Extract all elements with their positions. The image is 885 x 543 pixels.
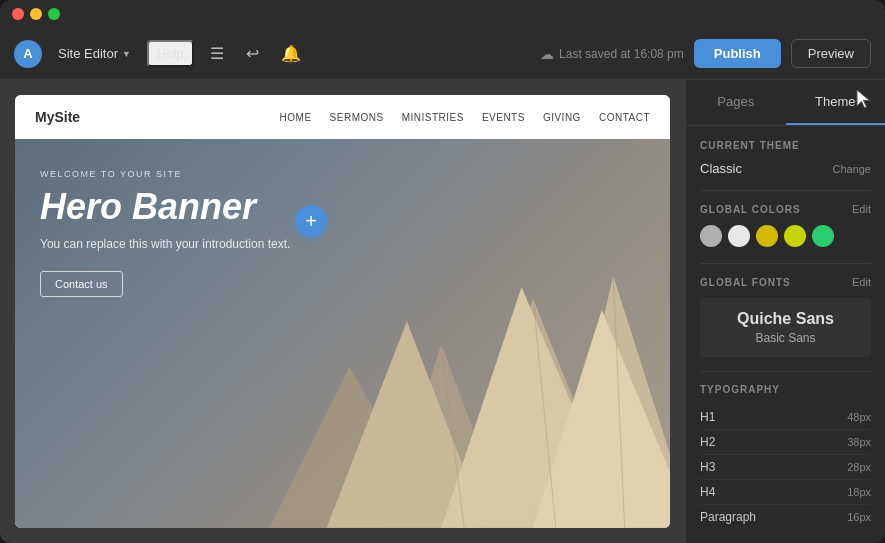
help-button[interactable]: Help: [147, 40, 194, 67]
nav-link-ministries[interactable]: MINISTRIES: [402, 112, 464, 123]
typo-row-h2: H2 38px: [700, 430, 871, 455]
site-logo: MySite: [35, 109, 80, 125]
site-nav-links: HOME SERMONS MINISTRIES EVENTS GIVING CO…: [280, 112, 650, 123]
hero-cta-button[interactable]: Contact us: [40, 271, 123, 297]
divider-3: [700, 371, 871, 372]
typo-value-h4: 18px: [847, 486, 871, 498]
typography-label: TYPOGRAPHY: [700, 384, 780, 395]
edit-colors-link[interactable]: Edit: [852, 203, 871, 215]
typo-value-h2: 38px: [847, 436, 871, 448]
theme-name: Classic: [700, 161, 742, 176]
publish-button[interactable]: Publish: [694, 39, 781, 68]
preview-button[interactable]: Preview: [791, 39, 871, 68]
app-logo[interactable]: A: [14, 40, 42, 68]
bell-icon[interactable]: 🔔: [275, 40, 307, 67]
typo-value-h1: 48px: [847, 411, 871, 423]
primary-font-name: Quiche Sans: [712, 310, 859, 328]
typo-row-h1: H1 48px: [700, 405, 871, 430]
chevron-down-icon: ▼: [122, 49, 131, 59]
typo-label-h3: H3: [700, 460, 715, 474]
right-panel: Pages Theme CURRENT THEME Classic Change: [685, 80, 885, 543]
canvas-area: MySite HOME SERMONS MINISTRIES EVENTS GI…: [0, 80, 685, 543]
typo-label-h1: H1: [700, 410, 715, 424]
hero-subtitle: You can replace this with your introduct…: [40, 237, 645, 251]
panel-content: CURRENT THEME Classic Change GLOBAL COLO…: [686, 126, 885, 543]
typo-label-paragraph: Paragraph: [700, 510, 756, 524]
maximize-button[interactable]: [48, 8, 60, 20]
hero-content: WELCOME TO YOUR SITE Hero Banner You can…: [15, 139, 670, 327]
minimize-button[interactable]: [30, 8, 42, 20]
site-frame: MySite HOME SERMONS MINISTRIES EVENTS GI…: [15, 95, 670, 528]
current-theme-label: CURRENT THEME: [700, 140, 800, 151]
secondary-font-name: Basic Sans: [712, 331, 859, 345]
site-editor-button[interactable]: Site Editor ▼: [52, 42, 137, 65]
nav-link-home[interactable]: HOME: [280, 112, 312, 123]
font-display: Quiche Sans Basic Sans: [700, 298, 871, 357]
color-swatch-gray[interactable]: [700, 225, 722, 247]
nav-link-events[interactable]: EVENTS: [482, 112, 525, 123]
theme-row: Classic Change: [700, 161, 871, 176]
list-icon[interactable]: ☰: [204, 40, 230, 67]
hero-area: WELCOME TO YOUR SITE Hero Banner You can…: [15, 139, 670, 528]
title-bar: [0, 0, 885, 28]
typo-row-paragraph: Paragraph 16px: [700, 505, 871, 529]
typo-row-h3: H3 28px: [700, 455, 871, 480]
change-theme-link[interactable]: Change: [832, 163, 871, 175]
undo-icon[interactable]: ↩: [240, 40, 265, 67]
typography-header: TYPOGRAPHY: [700, 384, 871, 395]
add-section-button[interactable]: +: [295, 205, 327, 237]
cloud-icon: ☁: [540, 46, 554, 62]
hero-title: Hero Banner: [40, 187, 645, 227]
main-area: MySite HOME SERMONS MINISTRIES EVENTS GI…: [0, 80, 885, 543]
hero-eyebrow: WELCOME TO YOUR SITE: [40, 169, 645, 179]
global-colors-header: GLOBAL COLORS Edit: [700, 203, 871, 215]
edit-fonts-link[interactable]: Edit: [852, 276, 871, 288]
nav-link-contact[interactable]: CONTACT: [599, 112, 650, 123]
color-swatch-lime[interactable]: [784, 225, 806, 247]
tab-theme[interactable]: Theme: [786, 80, 886, 125]
close-button[interactable]: [12, 8, 24, 20]
global-fonts-header: GLOBAL FONTS Edit: [700, 276, 871, 288]
global-colors-label: GLOBAL COLORS: [700, 204, 801, 215]
typo-value-h3: 28px: [847, 461, 871, 473]
last-saved-status: ☁ Last saved at 16:08 pm: [540, 46, 684, 62]
current-theme-header: CURRENT THEME: [700, 140, 871, 151]
panel-tabs: Pages Theme: [686, 80, 885, 126]
toolbar: A Site Editor ▼ Help ☰ ↩ 🔔 ☁ Last saved …: [0, 28, 885, 80]
nav-link-giving[interactable]: GIVING: [543, 112, 581, 123]
typo-value-paragraph: 16px: [847, 511, 871, 523]
typo-row-h4: H4 18px: [700, 480, 871, 505]
color-swatch-white[interactable]: [728, 225, 750, 247]
color-swatch-green[interactable]: [812, 225, 834, 247]
typography-list: H1 48px H2 38px H3 28px H4 18px Paragrap…: [700, 405, 871, 529]
divider-2: [700, 263, 871, 264]
typo-label-h4: H4: [700, 485, 715, 499]
divider-1: [700, 190, 871, 191]
site-nav: MySite HOME SERMONS MINISTRIES EVENTS GI…: [15, 95, 670, 139]
color-swatches: [700, 225, 871, 247]
color-swatch-yellow[interactable]: [756, 225, 778, 247]
typo-label-h2: H2: [700, 435, 715, 449]
tab-pages[interactable]: Pages: [686, 80, 786, 125]
global-fonts-label: GLOBAL FONTS: [700, 277, 791, 288]
nav-link-sermons[interactable]: SERMONS: [330, 112, 384, 123]
